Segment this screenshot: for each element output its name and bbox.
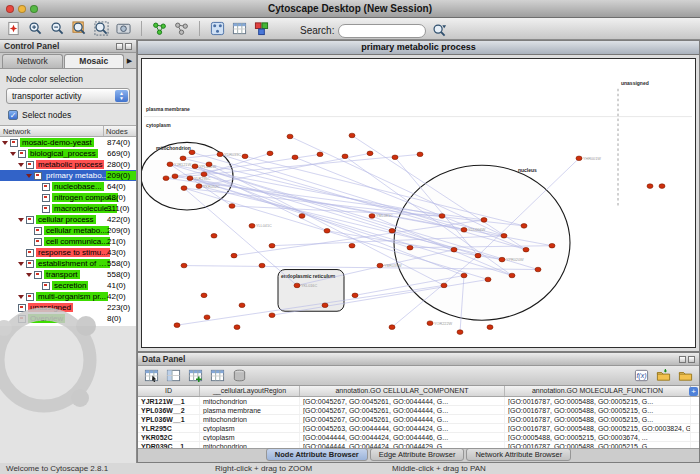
network-node[interactable]	[461, 273, 467, 278]
tree-item-nitrogen-compo[interactable]: nitrogen compo...48(0)	[0, 192, 136, 203]
network-node[interactable]	[475, 253, 481, 258]
network-node[interactable]	[367, 151, 373, 156]
network-node[interactable]	[217, 152, 223, 157]
network-node[interactable]	[242, 154, 248, 159]
zoom-selected-icon[interactable]	[70, 19, 89, 38]
tree-expand-caret[interactable]	[18, 262, 24, 266]
network-node[interactable]	[167, 162, 173, 167]
network-node[interactable]	[521, 224, 527, 229]
attribute-grid-icon[interactable]	[230, 19, 249, 38]
network-node[interactable]	[180, 156, 186, 161]
maximize-button[interactable]	[30, 5, 38, 13]
network-node[interactable]	[501, 233, 507, 238]
table-row[interactable]: YKR052Ccytoplasm[GO:0044444, GO:0044424,…	[138, 433, 699, 442]
network-node[interactable]	[427, 321, 433, 326]
network-node[interactable]	[317, 152, 323, 157]
snapshot-icon[interactable]	[114, 19, 133, 38]
network-node[interactable]	[487, 325, 493, 330]
attribute-delete-icon[interactable]	[230, 366, 249, 385]
tree-expand-caret[interactable]	[2, 141, 8, 145]
network-overview-icon[interactable]	[172, 19, 191, 38]
zoom-in-icon[interactable]	[26, 19, 45, 38]
network-node[interactable]	[294, 283, 300, 288]
network-node[interactable]	[192, 164, 198, 169]
network-node[interactable]	[509, 273, 515, 278]
network-node[interactable]	[439, 214, 445, 219]
tree-item-primary-metabo[interactable]: primary metabo...209(0)	[0, 170, 136, 181]
network-node[interactable]	[549, 243, 555, 248]
column-header-annotation-go-cellular-component[interactable]: annotation.GO CELLULAR_COMPONENT	[300, 386, 505, 396]
tree-item-nucleobase[interactable]: nucleobase...64(0)	[0, 181, 136, 192]
table-row[interactable]: YLR295Ccytoplasm[GO:0045263, GO:0044444,…	[138, 424, 699, 433]
tree-item-metabolic-process[interactable]: metabolic process280(0)	[0, 159, 136, 170]
network-node[interactable]	[234, 325, 240, 330]
table-row[interactable]: YPL036W__2plasma membrane[GO:0045267, GO…	[138, 406, 699, 415]
column-header-id[interactable]: ID	[138, 386, 200, 396]
network-node[interactable]	[211, 233, 217, 238]
tree-expand-caret[interactable]	[10, 152, 16, 156]
tree-expand-caret[interactable]	[18, 218, 24, 222]
formula-builder-icon[interactable]: f(x)	[632, 366, 651, 385]
tree-item-mosaic-demo-yeast[interactable]: mosaic-demo-yeast874(0)	[0, 137, 136, 148]
network-node[interactable]	[369, 214, 375, 219]
table-row[interactable]: YPL036W__1mitochondrion[GO:0045267, GO:0…	[138, 415, 699, 424]
network-node[interactable]	[499, 257, 505, 262]
network-node[interactable]	[163, 176, 169, 181]
network-node[interactable]	[485, 277, 491, 282]
network-node[interactable]	[174, 323, 180, 328]
network-node[interactable]	[292, 155, 298, 160]
data-panel-float-button[interactable]	[679, 356, 686, 363]
network-node[interactable]	[392, 155, 398, 160]
network-node[interactable]	[457, 330, 463, 335]
network-view-title[interactable]: primary metabolic process	[138, 41, 699, 55]
add-column-button[interactable]: +	[689, 387, 698, 396]
network-edge[interactable]	[184, 188, 297, 285]
network-node[interactable]	[196, 184, 202, 189]
network-node[interactable]	[417, 152, 423, 157]
tab-mosaic[interactable]: Mosaic	[64, 54, 125, 68]
network-node[interactable]	[342, 154, 348, 159]
tree-column-nodes[interactable]: Nodes	[104, 126, 136, 136]
network-node[interactable]	[352, 293, 358, 298]
attribute-select-icon[interactable]	[142, 366, 161, 385]
attribute-grid-icon[interactable]	[208, 366, 227, 385]
node-color-dropdown[interactable]: transporter activity ▲▼	[6, 88, 130, 104]
network-node[interactable]	[349, 243, 355, 248]
network-node[interactable]	[389, 325, 395, 330]
tab-scroll-right-icon[interactable]: ▶	[125, 54, 134, 68]
zoom-fit-icon[interactable]	[92, 19, 111, 38]
network-node[interactable]	[204, 315, 210, 320]
create-network-icon[interactable]	[150, 19, 169, 38]
import-attributes-icon[interactable]	[654, 366, 673, 385]
minimize-button[interactable]	[18, 5, 26, 13]
vizmapper-icon[interactable]	[252, 19, 271, 38]
tree-expand-caret[interactable]	[26, 273, 32, 277]
column-header-annotation-go-molecular-function[interactable]: annotation.GO MOLECULAR_FUNCTION	[505, 386, 691, 396]
search-options-icon[interactable]	[430, 21, 449, 40]
network-node[interactable]	[441, 283, 447, 288]
network-node[interactable]	[172, 174, 178, 179]
data-panel-close-button[interactable]	[688, 356, 695, 363]
network-node[interactable]	[389, 229, 395, 234]
network-node[interactable]	[239, 303, 245, 308]
network-node[interactable]	[269, 243, 275, 248]
network-node[interactable]	[206, 162, 212, 167]
network-node[interactable]	[377, 263, 383, 268]
network-node[interactable]	[269, 313, 275, 318]
apply-layout-icon[interactable]	[208, 19, 227, 38]
network-node[interactable]	[249, 224, 255, 229]
search-input[interactable]	[338, 24, 426, 38]
network-node[interactable]	[647, 184, 653, 189]
tree-item-biological-process[interactable]: biological_process669(0)	[0, 148, 136, 159]
panel-close-button[interactable]	[125, 43, 132, 50]
zoom-out-icon[interactable]	[48, 19, 67, 38]
panel-float-button[interactable]	[116, 43, 123, 50]
network-node[interactable]	[187, 176, 193, 181]
network-node[interactable]	[407, 245, 413, 250]
column-header-cellularlayoutregion[interactable]: __cellularLayoutRegion	[200, 386, 300, 396]
tab-node-attribute-browser[interactable]: Node Attribute Browser	[266, 448, 368, 461]
network-node[interactable]	[481, 218, 487, 223]
tab-edge-attribute-browser[interactable]: Edge Attribute Browser	[370, 448, 465, 461]
tree-column-network[interactable]: Network	[0, 126, 104, 136]
tree-item-cellular-process[interactable]: cellular process422(0)	[0, 214, 136, 225]
